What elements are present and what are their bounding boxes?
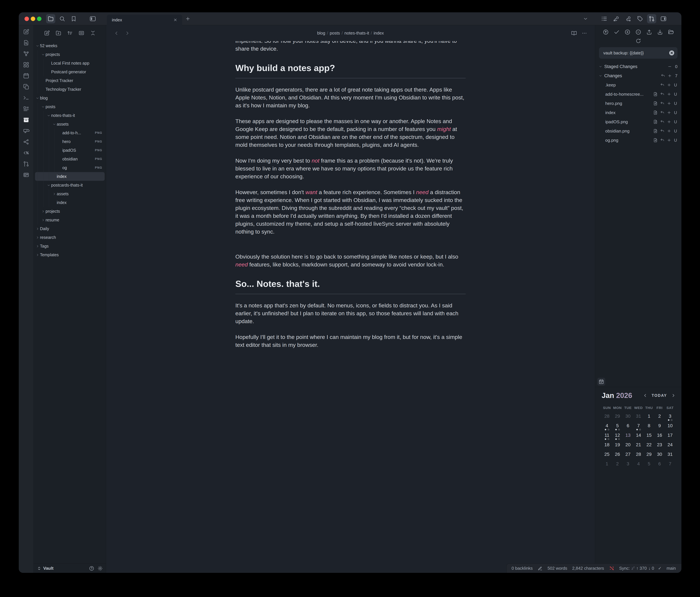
calendar-day-2[interactable]: 2 [654, 411, 665, 421]
discard-all-icon[interactable] [661, 74, 665, 78]
commit-message-input[interactable]: vault backup: {{date}} [599, 47, 677, 59]
code-template-ribbon-button[interactable] [23, 149, 30, 156]
calendar-day-22[interactable]: 22 [644, 440, 654, 449]
tree-item-postcard-generator[interactable]: Postcard generator [35, 68, 105, 76]
calendar-day-12[interactable]: 12 [612, 431, 623, 440]
graph-ribbon-button[interactable] [23, 50, 30, 57]
calendar-day-18[interactable]: 18 [602, 440, 612, 449]
tree-item-assets[interactable]: assets [35, 189, 105, 198]
git-file-row[interactable]: .keepU [595, 80, 681, 89]
calendar-day-27[interactable]: 27 [623, 449, 633, 459]
sort-button[interactable] [66, 29, 74, 37]
calendar-day-13[interactable]: 13 [623, 431, 633, 440]
git-file-row[interactable]: og.pngU [595, 136, 681, 145]
calendar-day-5[interactable]: 5 [644, 459, 654, 469]
open-file-icon[interactable] [653, 101, 658, 106]
calendar-day-4[interactable]: 4 [602, 421, 612, 431]
archive-ribbon-button[interactable] [23, 116, 30, 124]
discard-icon[interactable] [660, 110, 665, 115]
copy-ribbon-button[interactable] [23, 83, 30, 90]
open-file-icon[interactable] [653, 110, 658, 115]
stage-icon[interactable] [667, 83, 671, 87]
calendar-day-11[interactable]: 11 [602, 431, 612, 440]
calendar-day-15[interactable]: 15 [644, 431, 654, 440]
tree-item-index[interactable]: index [35, 198, 105, 207]
push-button[interactable] [646, 28, 653, 36]
tree-item-research[interactable]: research [35, 233, 105, 242]
calendar-day-9[interactable]: 9 [654, 421, 665, 431]
stage-icon[interactable] [667, 92, 671, 97]
tab-list-button[interactable] [581, 14, 590, 23]
edit-mode-icon[interactable] [538, 566, 543, 571]
unstage-all-icon[interactable] [668, 64, 672, 69]
discard-icon[interactable] [660, 129, 665, 133]
backup-button[interactable] [602, 28, 609, 36]
calendar-day-6[interactable]: 6 [654, 459, 665, 469]
stage-icon[interactable] [667, 110, 671, 115]
reading-view-button[interactable] [571, 30, 577, 36]
calendar-day-19[interactable]: 19 [612, 440, 623, 449]
breadcrumb-segment[interactable]: notes-thats-it [344, 31, 369, 35]
stage-all-button[interactable] [624, 28, 631, 36]
more-options-button[interactable] [581, 30, 588, 36]
discard-icon[interactable] [660, 101, 665, 106]
tree-item-index[interactable]: index [35, 172, 105, 181]
calendar-day-28[interactable]: 28 [602, 411, 612, 421]
discard-icon[interactable] [660, 83, 665, 87]
calendar-day-31[interactable]: 31 [665, 449, 675, 459]
breadcrumb-segment[interactable]: blog [317, 31, 325, 35]
calendar-day-14[interactable]: 14 [633, 431, 644, 440]
search-note-ribbon-button[interactable] [23, 39, 30, 46]
tree-item-local-first-notes-app[interactable]: Local First notes app [35, 59, 105, 68]
discard-icon[interactable] [660, 138, 665, 142]
calendar-next-button[interactable] [671, 393, 676, 398]
link-out-button[interactable] [623, 14, 632, 23]
calendar-day-8[interactable]: 8 [644, 421, 654, 431]
calendar-day-25[interactable]: 25 [602, 449, 612, 459]
new-note-ribbon-button[interactable] [23, 28, 30, 35]
kanban-ribbon-button[interactable] [23, 171, 30, 179]
calendar-day-1[interactable]: 1 [602, 459, 612, 469]
git-file-row[interactable]: ipadOS.pngU [595, 117, 681, 126]
git-file-row[interactable]: indexU [595, 108, 681, 117]
dashboard-ribbon-button[interactable] [23, 61, 30, 69]
tree-item-projects[interactable]: projects [35, 207, 105, 216]
calendar-day-4[interactable]: 4 [633, 459, 644, 469]
calendar-day-30[interactable]: 30 [623, 411, 633, 421]
calendar-day-5[interactable]: 5 [612, 421, 623, 431]
open-folder-button[interactable] [667, 28, 675, 36]
back-button[interactable] [114, 30, 119, 36]
new-tab-button[interactable] [183, 14, 193, 23]
calendar-day-29[interactable]: 29 [644, 449, 654, 459]
tree-item-assets[interactable]: assets [35, 120, 105, 129]
calendar-day-20[interactable]: 20 [623, 440, 633, 449]
open-file-icon[interactable] [653, 119, 658, 124]
zoom-window-button[interactable] [37, 17, 42, 21]
calendar-day-6[interactable]: 6 [623, 421, 633, 431]
close-window-button[interactable] [25, 17, 29, 21]
unstage-all-button[interactable] [635, 28, 642, 36]
stage-icon[interactable] [667, 129, 671, 133]
refresh-icon[interactable] [635, 38, 641, 44]
tree-item-projects[interactable]: projects [35, 50, 105, 59]
share-ribbon-button[interactable] [23, 138, 30, 146]
commit-button[interactable] [613, 28, 620, 36]
calendar-day-29[interactable]: 29 [612, 411, 623, 421]
sync-error-icon[interactable] [609, 566, 614, 571]
calendar-day-31[interactable]: 31 [633, 411, 644, 421]
terminal-ribbon-button[interactable] [23, 94, 30, 101]
stage-icon[interactable] [667, 138, 671, 142]
link-in-button[interactable] [611, 14, 621, 23]
calendar-day-10[interactable]: 10 [665, 421, 675, 431]
breadcrumb-segment[interactable]: posts [330, 31, 340, 35]
open-file-icon[interactable] [653, 129, 658, 133]
tree-item-technology-tracker[interactable]: Technology Tracker [35, 85, 105, 94]
character-count[interactable]: 2,842 characters [572, 566, 604, 571]
calendar-day-7[interactable]: 7 [633, 421, 644, 431]
tree-item-ipados[interactable]: ipadOSPNG [35, 146, 105, 155]
calendar-day-2[interactable]: 2 [612, 459, 623, 469]
calendar-day-1[interactable]: 1 [644, 411, 654, 421]
calendar-day-28[interactable]: 28 [633, 449, 644, 459]
editor-content[interactable]: implement. So for now your notes stay on… [106, 41, 595, 573]
pull-button[interactable] [656, 28, 664, 36]
